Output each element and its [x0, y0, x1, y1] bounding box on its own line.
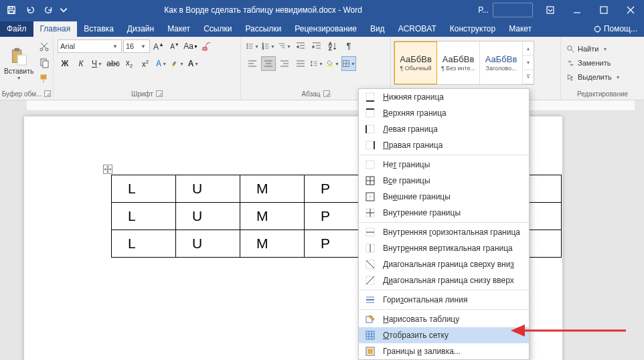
superscript-icon[interactable]: x2: [138, 56, 153, 71]
decrease-indent-icon[interactable]: [293, 39, 308, 54]
group-editing: Найти▼ Заменить Выделить▼ Редактирование: [561, 37, 644, 100]
align-right-icon[interactable]: [277, 56, 292, 71]
font-name-combo[interactable]: Arial▼: [58, 39, 122, 53]
menu-draw-table[interactable]: Нарисовать таблицу: [359, 311, 529, 327]
tab-view[interactable]: Вид: [364, 21, 392, 37]
ribbon: Вставить ▼ Буфер обм... Arial▼ 16▼ A▲ A▼…: [0, 37, 644, 100]
format-painter-icon[interactable]: [37, 72, 52, 86]
text-effects-icon[interactable]: A▼: [154, 56, 169, 71]
group-paragraph-label: Абзац: [301, 90, 320, 98]
tab-insert[interactable]: Вставка: [77, 21, 120, 37]
line-spacing-icon[interactable]: ▼: [309, 56, 324, 71]
align-center-icon[interactable]: [261, 56, 276, 71]
sort-icon[interactable]: AZ: [325, 39, 340, 54]
menu-border-bottom[interactable]: Нижняя граница: [359, 89, 529, 105]
undo-icon[interactable]: [21, 1, 39, 19]
menu-border-left[interactable]: Левая граница: [359, 121, 529, 137]
menu-border-all[interactable]: Все границы: [359, 173, 529, 189]
svg-point-19: [247, 43, 248, 45]
style-no-spacing[interactable]: АаБбВв ¶ Без инте...: [437, 41, 480, 84]
tab-table-layout[interactable]: Макет: [502, 21, 538, 37]
paragraph-launcher-icon[interactable]: [323, 90, 330, 97]
menu-border-diag-down[interactable]: Диагональная граница сверху вниз: [359, 256, 529, 272]
align-left-icon[interactable]: [245, 56, 260, 71]
font-size-combo[interactable]: 16▼: [123, 39, 150, 53]
increase-indent-icon[interactable]: [309, 39, 324, 54]
shrink-font-icon[interactable]: A▼: [167, 39, 182, 54]
table-tools-tab-hint: Р...: [478, 5, 489, 15]
quick-save-icon[interactable]: [3, 1, 20, 19]
tab-review[interactable]: Рецензирование: [288, 21, 364, 37]
menu-border-inside-h[interactable]: Внутренняя горизонтальная граница: [359, 224, 529, 240]
styles-scroll[interactable]: ▴▾⊽: [523, 41, 534, 84]
multilevel-list-icon[interactable]: ▼: [277, 39, 292, 54]
svg-rect-67: [366, 125, 374, 133]
style-heading1[interactable]: АаБбВв Заголово...: [480, 41, 523, 84]
tab-layout[interactable]: Макет: [161, 21, 197, 37]
title-bar: Как в Ворде сделать таблицу невидимой.do…: [0, 0, 644, 20]
redo-icon[interactable]: [40, 1, 58, 19]
clipboard-launcher-icon[interactable]: [44, 90, 51, 97]
highlight-icon[interactable]: ▼: [170, 56, 185, 71]
ribbon-options-icon[interactable]: [537, 0, 564, 20]
menu-border-top[interactable]: Верхняя граница: [359, 105, 529, 121]
numbering-icon[interactable]: 123▼: [261, 39, 276, 54]
minimize-icon[interactable]: [564, 0, 590, 20]
clear-formatting-icon[interactable]: [199, 39, 214, 54]
font-color-icon[interactable]: A▼: [186, 56, 201, 71]
svg-rect-65: [366, 109, 374, 117]
show-marks-icon[interactable]: ¶: [341, 39, 356, 54]
style-normal[interactable]: АаБбВв ¶ Обычный: [394, 41, 437, 84]
menu-border-outside[interactable]: Внешние границы: [359, 189, 529, 205]
bullets-icon[interactable]: ▼: [245, 39, 260, 54]
italic-icon[interactable]: К: [74, 56, 88, 71]
styles-gallery[interactable]: АаБбВв ¶ Обычный АаБбВв ¶ Без инте... Аа…: [394, 41, 534, 85]
tell-me[interactable]: Помощ...: [586, 21, 644, 37]
tab-home[interactable]: Главная: [33, 21, 78, 37]
svg-rect-69: [366, 141, 374, 149]
shading-icon[interactable]: ▼: [325, 56, 340, 71]
svg-rect-93: [366, 331, 374, 339]
menu-view-gridlines[interactable]: Отобразить сетку: [359, 327, 529, 343]
underline-icon[interactable]: Ч▼: [90, 56, 104, 71]
menu-border-right[interactable]: Правая граница: [359, 137, 529, 153]
svg-point-23: [247, 48, 248, 49]
tab-acrobat[interactable]: ACROBAT: [392, 21, 443, 37]
menu-borders-dialog[interactable]: Границы и заливка...: [359, 343, 529, 359]
ribbon-tabs: Файл Главная Вставка Дизайн Макет Ссылки…: [0, 20, 644, 37]
menu-border-none[interactable]: Нет границы: [359, 157, 529, 173]
tab-design[interactable]: Дизайн: [120, 21, 161, 37]
close-icon[interactable]: [617, 0, 644, 20]
paste-button[interactable]: Вставить ▼: [4, 39, 34, 87]
maximize-icon[interactable]: [590, 0, 617, 20]
svg-rect-17: [203, 48, 207, 50]
tab-constructor[interactable]: Конструктор: [443, 21, 502, 37]
tab-references[interactable]: Ссылки: [197, 21, 238, 37]
user-badge[interactable]: [493, 3, 533, 17]
justify-icon[interactable]: [293, 56, 308, 71]
change-case-icon[interactable]: Aa▼: [183, 39, 198, 54]
menu-horizontal-line[interactable]: Горизонтальная линия: [359, 292, 529, 308]
copy-icon[interactable]: [37, 56, 52, 70]
tab-file[interactable]: Файл: [0, 21, 33, 37]
font-launcher-icon[interactable]: [156, 90, 163, 97]
table-move-handle-icon[interactable]: [103, 165, 112, 174]
strikethrough-icon[interactable]: abc: [106, 56, 120, 71]
tab-mailings[interactable]: Рассылки: [238, 21, 288, 37]
bold-icon[interactable]: Ж: [58, 56, 72, 71]
menu-border-inside-v[interactable]: Внутренняя вертикальная граница: [359, 240, 529, 256]
find-button[interactable]: Найти▼: [566, 43, 621, 56]
svg-point-61: [568, 46, 572, 50]
subscript-icon[interactable]: x2: [122, 56, 137, 71]
annotation-arrow: [509, 321, 629, 343]
select-button[interactable]: Выделить▼: [566, 71, 621, 84]
horizontal-ruler[interactable]: [27, 100, 635, 111]
borders-button[interactable]: ▼: [341, 56, 356, 71]
qat-more-icon[interactable]: [59, 1, 68, 19]
cut-icon[interactable]: [37, 39, 52, 54]
menu-border-diag-up[interactable]: Диагональная граница снизу вверх: [359, 272, 529, 288]
replace-button[interactable]: Заменить: [566, 57, 621, 70]
menu-border-inside[interactable]: Внутренние границы: [359, 205, 529, 221]
grow-font-icon[interactable]: A▲: [151, 39, 166, 54]
svg-text:Z: Z: [329, 46, 332, 51]
